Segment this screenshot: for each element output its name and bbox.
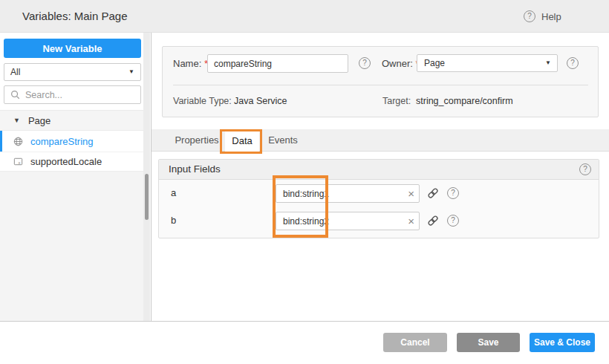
- tab-bar: Properties Data Events: [152, 129, 609, 152]
- owner-help-icon[interactable]: [567, 57, 579, 69]
- sidebar-empty-area: [0, 172, 144, 321]
- input-fields-help-icon[interactable]: [579, 163, 591, 175]
- variables-dialog: Variables: Main Page Help New Variable A…: [0, 0, 609, 364]
- name-help-icon[interactable]: [359, 57, 371, 69]
- field-a-input-wrap: [276, 184, 420, 203]
- variable-type-value: Java Service: [234, 93, 287, 109]
- filter-value: All: [10, 67, 20, 77]
- tab-events[interactable]: Events: [265, 129, 301, 152]
- search-box: [4, 85, 141, 104]
- variable-summary-panel: Name: Owner: Page Variable Type: Java Se…: [162, 46, 599, 117]
- owner-dropdown[interactable]: Page: [417, 54, 558, 72]
- dialog-footer: Cancel Save Save & Close: [0, 321, 609, 364]
- help-label: Help: [541, 11, 561, 22]
- chevron-down-icon: [545, 55, 551, 71]
- java-service-icon: [13, 136, 24, 147]
- search-input[interactable]: [25, 90, 129, 100]
- svg-text:x: x: [18, 160, 20, 165]
- variable-icon: x: [13, 156, 24, 167]
- footer-buttons: Cancel Save Save & Close: [383, 333, 595, 352]
- help-button[interactable]: Help: [524, 0, 561, 33]
- main-panel: Name: Owner: Page Variable Type: Java Se…: [152, 33, 609, 321]
- help-icon: [524, 10, 535, 22]
- chevron-down-icon: [128, 64, 134, 80]
- field-b-input-wrap: [276, 212, 420, 230]
- tab-properties[interactable]: Properties: [167, 129, 227, 152]
- filter-dropdown[interactable]: All: [4, 63, 141, 81]
- clear-icon[interactable]: [408, 185, 414, 202]
- variable-type-label: Variable Type:: [173, 93, 232, 109]
- bind-link-icon[interactable]: [427, 215, 439, 227]
- scrollbar-thumb[interactable]: [145, 174, 149, 220]
- tree-item-label: compareString: [30, 136, 94, 147]
- field-a-help-icon[interactable]: [447, 187, 459, 199]
- form-divider: [173, 85, 588, 85]
- cancel-button[interactable]: Cancel: [383, 333, 447, 352]
- sidebar-scrollbar[interactable]: [143, 33, 150, 321]
- search-icon: [10, 89, 21, 100]
- input-fields-header: Input Fields: [159, 160, 599, 180]
- field-b-help-icon[interactable]: [447, 215, 459, 227]
- field-a-input[interactable]: [276, 185, 400, 202]
- field-a-label: a: [171, 184, 176, 202]
- target-value: string_compare/confirm: [416, 93, 513, 109]
- save-close-button[interactable]: Save & Close: [530, 333, 595, 352]
- tree-item-comparestring[interactable]: compareString: [0, 131, 144, 152]
- field-b-label: b: [171, 212, 176, 230]
- page-title: Variables: Main Page: [22, 0, 127, 33]
- input-fields-title: Input Fields: [169, 160, 221, 179]
- name-field[interactable]: [208, 55, 348, 72]
- dialog-header: Variables: Main Page Help: [0, 0, 609, 33]
- tree-collapse-icon: [13, 117, 20, 124]
- tree-item-label: supportedLocale: [30, 156, 102, 167]
- bind-link-icon[interactable]: [427, 187, 439, 199]
- name-label: Name:: [173, 55, 208, 73]
- tree-node-page[interactable]: Page: [0, 110, 144, 131]
- variables-sidebar: New Variable All Page compareString: [0, 33, 152, 321]
- name-field-wrap: [207, 54, 348, 73]
- tree-node-label: Page: [28, 115, 51, 126]
- field-b-input[interactable]: [276, 212, 400, 230]
- input-fields-panel: Input Fields a b: [158, 159, 599, 238]
- save-button[interactable]: Save: [457, 333, 520, 352]
- new-variable-button[interactable]: New Variable: [4, 39, 141, 58]
- tab-data[interactable]: Data: [225, 129, 259, 152]
- tree-item-supportedlocale[interactable]: x supportedLocale: [0, 152, 144, 172]
- clear-icon[interactable]: [408, 212, 414, 230]
- owner-label: Owner:: [382, 55, 420, 73]
- variables-tree: Page compareString x supportedLocale: [0, 110, 144, 172]
- owner-value: Page: [424, 58, 445, 68]
- target-label: Target:: [382, 93, 411, 109]
